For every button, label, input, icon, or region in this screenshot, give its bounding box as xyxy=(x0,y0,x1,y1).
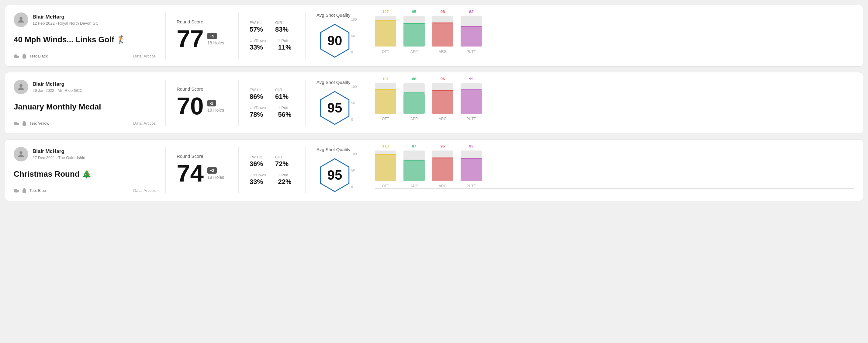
updown-value: 33% xyxy=(250,178,266,186)
bar-group-app: 95APP xyxy=(403,16,425,54)
bar-value-label: 86 xyxy=(412,76,416,81)
updown-label: Up/Down xyxy=(250,173,266,177)
score-badge-group: +218 Holes xyxy=(207,167,224,180)
user-info: Blair McHarg29 Jan 2022 · Mill Ride GCC xyxy=(33,81,83,92)
bar-fill xyxy=(403,161,425,181)
updown-label: Up/Down xyxy=(250,105,266,110)
oneputt-label: 1 Putt xyxy=(278,173,291,177)
quality-score-value: 90 xyxy=(328,33,342,48)
cloud-icon xyxy=(14,121,19,126)
bar-value-label: 99 xyxy=(469,76,473,81)
bar-fill xyxy=(461,27,482,46)
stat-updown: Up/Down33% xyxy=(250,38,266,52)
stat-fw-hit: FW Hit86% xyxy=(250,88,263,101)
user-header: Blair McHarg12 Feb 2022 · Royal North De… xyxy=(14,12,156,27)
stat-oneputt: 1 Putt22% xyxy=(278,173,291,186)
round-score-label: Round Score xyxy=(177,154,227,159)
bar-chart-wrapper: 100500107OTT95APP98ARG82PUTT xyxy=(363,18,854,54)
y-axis-labels: 100500 xyxy=(351,152,356,189)
user-meta: 27 Dec 2021 · The Oxfordshire xyxy=(33,155,87,160)
bars-container: 101OTT86APP96ARG99PUTT xyxy=(375,85,854,121)
bag-icon xyxy=(22,54,27,59)
gir-label: GIR xyxy=(275,155,288,159)
y-axis-labels: 100500 xyxy=(351,18,356,54)
cloud-icon xyxy=(14,54,19,59)
bar-category-label: ARG xyxy=(439,50,446,54)
bar-group-ott: 110OTT xyxy=(375,151,396,188)
holes-label: 18 Holes xyxy=(207,175,224,180)
bar-fill xyxy=(375,21,396,46)
fw-hit-value: 86% xyxy=(250,93,263,101)
fw-hit-value: 57% xyxy=(250,26,263,33)
user-name: Blair McHarg xyxy=(33,81,83,87)
bar-group-putt: 93PUTT xyxy=(461,151,482,188)
gir-label: GIR xyxy=(275,88,288,92)
bar-category-label: OTT xyxy=(382,184,389,188)
bar-category-label: APP xyxy=(410,50,418,54)
bar-value-label: 98 xyxy=(440,9,445,14)
bars-container: 110OTT87APP95ARG93PUTT xyxy=(375,152,854,189)
tee-label: Tee: Blue xyxy=(30,188,46,193)
bar-fill xyxy=(375,90,396,114)
user-header: Blair McHarg29 Jan 2022 · Mill Ride GCC xyxy=(14,80,156,94)
round-score-label: Round Score xyxy=(177,86,227,92)
bar-group-ott: 101OTT xyxy=(375,83,396,121)
bar-value-label: 107 xyxy=(382,9,389,14)
data-source: Data: Arccos xyxy=(133,121,156,126)
stat-gir: GIR83% xyxy=(275,20,288,33)
user-name: Blair McHarg xyxy=(33,148,87,154)
bar-value-label: 95 xyxy=(440,144,445,148)
bar-value-label: 93 xyxy=(469,144,473,148)
score-row: 70-218 Holes xyxy=(177,94,227,118)
bar-category-label: ARG xyxy=(439,117,446,121)
bar-category-label: OTT xyxy=(382,50,389,54)
bar-group-putt: 82PUTT xyxy=(461,16,482,54)
holes-label: 18 Holes xyxy=(207,40,224,45)
card-left-round1: Blair McHarg12 Feb 2022 · Royal North De… xyxy=(14,12,166,59)
svg-point-0 xyxy=(20,17,22,20)
avatar xyxy=(14,12,28,27)
score-row: 77+518 Holes xyxy=(177,27,227,51)
score-badge: +2 xyxy=(207,167,217,174)
bar-category-label: APP xyxy=(410,117,418,121)
bar-chart-wrapper: 100500101OTT86APP96ARG99PUTT xyxy=(363,85,854,121)
card-quality-section: Avg Shot Quality95100500110OTT87APP95ARG… xyxy=(306,147,854,193)
bars-container: 107OTT95APP98ARG82PUTT xyxy=(375,18,854,54)
score-number: 70 xyxy=(177,94,204,118)
data-source: Data: Arccos xyxy=(133,54,156,58)
quality-score-value: 95 xyxy=(328,100,342,116)
updown-label: Up/Down xyxy=(250,38,266,43)
bar-fill xyxy=(403,24,425,46)
svg-rect-1 xyxy=(23,55,26,58)
avg-shot-quality-label: Avg Shot Quality xyxy=(316,147,350,152)
y-axis-labels: 100500 xyxy=(351,85,356,121)
person-icon xyxy=(17,15,25,24)
oneputt-value: 11% xyxy=(278,43,291,52)
bar-value-label: 87 xyxy=(412,144,416,148)
tee-info: Tee: Black xyxy=(14,54,48,59)
gir-value: 72% xyxy=(275,160,288,168)
card-stats-section: FW Hit86%GIR61%Up/Down78%1 Putt56% xyxy=(239,80,306,126)
quality-left: Avg Shot Quality95 xyxy=(316,80,353,126)
bar-category-label: PUTT xyxy=(466,117,476,121)
score-badge-group: -218 Holes xyxy=(207,100,224,113)
svg-rect-4 xyxy=(23,123,26,126)
bar-group-arg: 98ARG xyxy=(432,16,453,54)
person-icon xyxy=(17,83,25,91)
avatar xyxy=(14,147,28,161)
stat-oneputt: 1 Putt11% xyxy=(278,38,291,52)
gir-label: GIR xyxy=(275,20,288,25)
stats-row-2: Up/Down78%1 Putt56% xyxy=(250,105,294,119)
bar-value-label: 96 xyxy=(440,76,445,81)
bar-group-putt: 99PUTT xyxy=(461,83,482,121)
tee-label: Tee: Black xyxy=(30,54,48,58)
bar-fill xyxy=(432,23,453,46)
bar-group-arg: 95ARG xyxy=(432,151,453,188)
avg-shot-quality-label: Avg Shot Quality xyxy=(316,12,350,18)
card-footer: Tee: Yellow Data: Arccos xyxy=(14,121,156,126)
card-left-round2: Blair McHarg29 Jan 2022 · Mill Ride GCCJ… xyxy=(14,80,166,126)
fw-hit-value: 36% xyxy=(250,160,263,168)
cloud-icon xyxy=(14,188,19,193)
score-number: 77 xyxy=(177,27,204,51)
tee-info: Tee: Yellow xyxy=(14,121,49,126)
